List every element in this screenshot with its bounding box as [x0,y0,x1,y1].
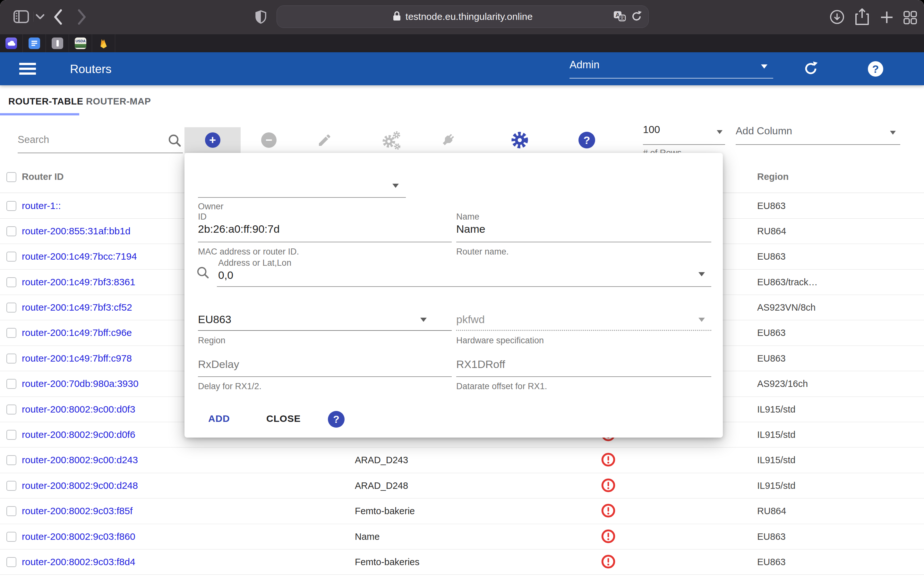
sidebar-chevron-down-icon[interactable] [36,14,44,19]
router-link[interactable]: router-200:1c49:7bf3:8361 [22,277,136,287]
router-link[interactable]: router-200:8002:9c00:d243 [22,455,138,466]
favorite-usda[interactable]: USDA [69,34,92,52]
remove-router-button[interactable]: − [250,127,288,153]
close-button[interactable]: CLOSE [266,413,300,424]
region-cell: IL915/std [757,455,795,466]
reload-icon[interactable] [631,10,642,24]
error-icon[interactable] [601,478,615,492]
region-cell: EU863 [757,532,786,542]
name-label: Name [456,212,479,222]
error-icon[interactable] [601,453,615,467]
tab-bar: ROUTER-TABLE ROUTER-MAP [0,85,924,117]
row-checkbox[interactable] [6,201,16,211]
error-icon[interactable] [601,504,615,518]
rx1droff-helper: Datarate offset for RX1. [456,382,547,392]
gear-icon [511,131,529,149]
active-tab-indicator [0,113,79,115]
favorite-docs[interactable] [23,34,46,52]
chevron-down-icon [420,318,427,322]
region-cell: RU864 [757,226,786,237]
svg-text:文: 文 [620,15,624,21]
row-checkbox[interactable] [6,481,16,491]
row-checkbox[interactable] [6,277,16,287]
flame-icon [99,38,108,49]
router-name-cell: ARAD_D243 [355,455,408,466]
router-link[interactable]: router-200:855:31af:bb1d [22,226,131,237]
translate-icon[interactable]: A文 [613,11,626,23]
router-link[interactable]: router-1:: [22,200,61,211]
error-icon[interactable] [601,529,615,543]
row-checkbox[interactable] [6,506,16,516]
region-cell: EU863 [757,251,786,262]
toolbar-help-button[interactable]: ? [567,127,606,153]
row-checkbox[interactable] [6,251,16,261]
dialog-help-button[interactable]: ? [328,411,344,428]
edit-router-button[interactable] [305,127,344,153]
router-link[interactable]: router-200:1c49:7bff:c978 [22,353,132,364]
hardware-label: Hardware specification [456,335,544,346]
row-checkbox[interactable] [6,354,16,364]
router-link[interactable]: router-200:8002:9c00:d0f3 [22,404,136,415]
router-link[interactable]: router-200:1c49:7bff:c96e [22,327,132,338]
add-button[interactable]: ADD [208,413,230,424]
error-icon[interactable] [601,554,615,569]
row-checkbox[interactable] [6,226,16,236]
favorite-cloud[interactable] [0,34,23,52]
row-checkbox[interactable] [6,379,16,389]
app-header: Routers Admin ? [0,52,924,85]
row-checkbox[interactable] [6,328,16,338]
tab-overview-icon[interactable] [903,10,918,25]
chevron-down-icon [761,64,767,69]
chevron-down-icon [393,184,399,188]
region-cell: EU863 [757,353,786,364]
row-checkbox[interactable] [6,532,16,542]
tab-router-table[interactable]: ROUTER-TABLE [8,96,83,107]
privacy-shield-icon[interactable] [255,10,266,24]
id-value: 2b:26:a0:ff:90:7d [198,223,280,235]
new-tab-icon[interactable] [880,10,894,24]
id-label: ID [198,212,207,222]
url-text: testnode.eu.thingularity.online [405,11,533,22]
row-checkbox[interactable] [6,430,16,440]
settings-multi-button[interactable] [372,127,411,153]
row-checkbox[interactable] [6,405,16,414]
chevron-down-icon [698,272,705,276]
favorite-info[interactable] [46,34,69,52]
hardware-placeholder: pkfwd [456,313,485,326]
add-router-button[interactable]: + [184,127,241,153]
favorite-firebase[interactable] [92,34,115,52]
address-value: 0,0 [218,269,233,282]
router-link[interactable]: router-200:70db:980a:3930 [22,378,139,389]
connect-button[interactable] [429,127,467,153]
router-link[interactable]: router-200:8002:9c00:d0f6 [22,429,136,440]
back-button[interactable] [53,9,63,25]
search-field[interactable]: Search [18,127,183,153]
forward-button[interactable] [76,9,87,25]
address-bar[interactable]: testnode.eu.thingularity.online A文 [276,5,649,28]
tab-router-map[interactable]: ROUTER-MAP [86,96,151,107]
share-icon[interactable] [854,8,870,26]
row-checkbox[interactable] [6,557,16,567]
sidebar-toggle-icon[interactable] [13,10,29,23]
router-link[interactable]: router-200:8002:9c03:f860 [22,531,136,542]
menu-icon[interactable] [19,63,36,75]
router-link[interactable]: router-200:8002:9c00:d248 [22,480,138,491]
row-checkbox[interactable] [6,455,16,465]
search-placeholder: Search [18,134,49,145]
table-settings-button[interactable] [501,127,539,153]
router-link[interactable]: router-200:8002:9c03:f8d4 [22,556,136,567]
refresh-button[interactable] [802,60,819,77]
browser-toolbar: testnode.eu.thingularity.online A文 [0,0,924,34]
help-button[interactable]: ? [868,61,883,77]
router-link[interactable]: router-200:1c49:7bf3:cf52 [22,302,132,313]
rows-per-page-select[interactable]: 100 [643,124,725,145]
router-link[interactable]: router-200:8002:9c03:f85f [22,506,132,516]
row-checkbox[interactable] [6,303,16,313]
select-all-checkbox[interactable] [6,172,16,182]
downloads-icon[interactable] [830,10,845,24]
user-menu-select[interactable]: Admin [569,59,773,79]
add-column-value: Add Column [736,125,792,137]
region-cell: EU863 [757,327,786,338]
add-column-select[interactable]: Add Column [736,125,900,145]
router-link[interactable]: router-200:1c49:7bcc:7194 [22,251,137,262]
